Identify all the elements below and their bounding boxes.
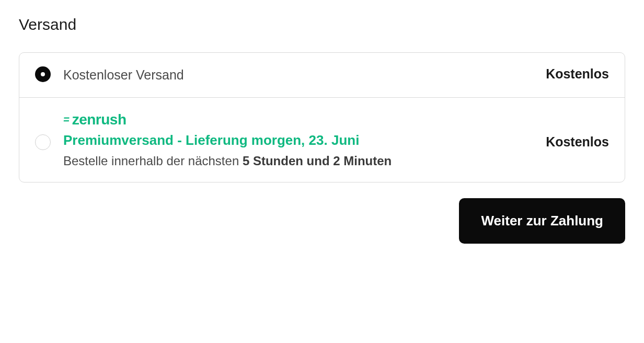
countdown-prefix: Bestelle innerhalb der nächsten: [63, 154, 243, 168]
option-main: = zenrush Premiumversand - Lieferung mor…: [63, 111, 392, 168]
countdown-value: 5 Stunden und 2 Minuten: [243, 154, 392, 168]
shipping-option-free[interactable]: Kostenloser Versand Kostenlos: [19, 53, 625, 97]
brand-line: = zenrush: [63, 111, 392, 128]
premium-shipping-title: Premiumversand - Lieferung morgen, 23. J…: [63, 132, 392, 148]
radio-unselected-icon[interactable]: [35, 134, 51, 150]
radio-selected-icon[interactable]: [35, 66, 51, 82]
countdown-line: Bestelle innerhalb der nächsten 5 Stunde…: [63, 154, 392, 168]
option-content: = zenrush Premiumversand - Lieferung mor…: [63, 111, 609, 168]
option-main: Kostenloser Versand: [63, 66, 184, 84]
shipping-option-premium[interactable]: = zenrush Premiumversand - Lieferung mor…: [19, 97, 625, 182]
option-price: Kostenlos: [546, 66, 609, 82]
section-title: Versand: [19, 16, 625, 33]
shipping-options-group: Kostenloser Versand Kostenlos = zenrush …: [19, 52, 625, 182]
option-content: Kostenloser Versand Kostenlos: [63, 66, 609, 84]
continue-to-payment-button[interactable]: Weiter zur Zahlung: [459, 198, 625, 244]
actions-bar: Weiter zur Zahlung: [19, 198, 625, 244]
option-price: Kostenlos: [546, 134, 609, 150]
brand-name: zenrush: [72, 111, 126, 128]
zenrush-logo-icon: =: [63, 113, 70, 125]
option-label: Kostenloser Versand: [63, 66, 184, 84]
